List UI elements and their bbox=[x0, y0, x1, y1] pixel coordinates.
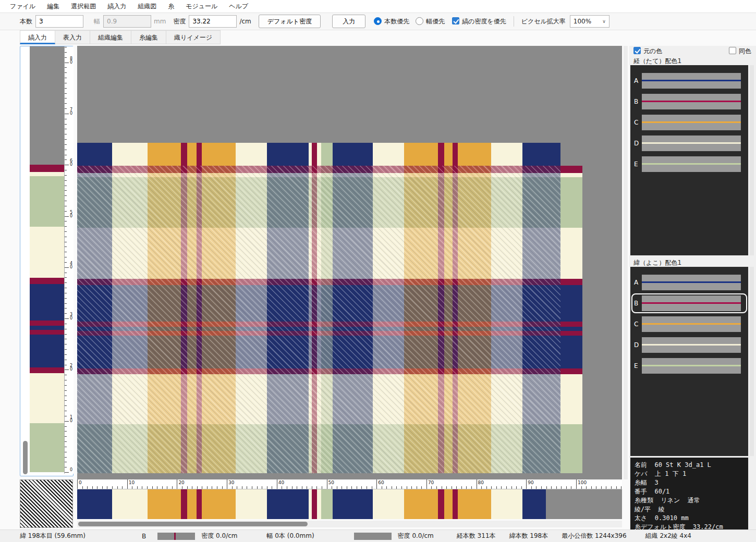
stripe-navy[interactable] bbox=[560, 285, 582, 322]
stripe-crimson[interactable] bbox=[453, 143, 458, 166]
tab-縞入力[interactable]: 縞入力 bbox=[20, 30, 55, 44]
stripe-cream[interactable] bbox=[491, 143, 522, 166]
stripe-cream[interactable] bbox=[30, 172, 64, 176]
tab-組織編集[interactable]: 組織編集 bbox=[90, 30, 131, 44]
same-color-checkbox[interactable]: 同色 bbox=[729, 47, 751, 56]
count-priority-radio[interactable]: 本数優先 bbox=[374, 17, 409, 26]
default-density-button[interactable]: デフォルト密度 bbox=[259, 15, 321, 28]
stripe-crimson[interactable] bbox=[30, 278, 64, 284]
stripe-gold[interactable] bbox=[444, 489, 453, 519]
stripe-gold[interactable] bbox=[187, 143, 197, 166]
stripe-cream[interactable] bbox=[112, 489, 148, 519]
menu-item-糸[interactable]: 糸 bbox=[162, 0, 180, 13]
stripe-navy[interactable] bbox=[77, 143, 112, 166]
stripe-navy[interactable] bbox=[522, 143, 560, 166]
stripe-navy[interactable] bbox=[30, 284, 64, 321]
warp-scrollbar-handle[interactable] bbox=[78, 522, 308, 526]
stripe-navy[interactable] bbox=[267, 143, 309, 166]
stripe-crimson[interactable] bbox=[197, 143, 202, 166]
input-button[interactable]: 入力 bbox=[332, 15, 365, 28]
stripe-cream[interactable] bbox=[491, 489, 522, 519]
stripe-navy[interactable] bbox=[522, 489, 546, 519]
thread-row-D[interactable]: D bbox=[634, 133, 748, 154]
stripe-green[interactable] bbox=[321, 143, 333, 166]
stripe-navy[interactable] bbox=[560, 336, 582, 368]
stripe-gold[interactable] bbox=[202, 143, 236, 166]
stripe-crimson[interactable] bbox=[181, 489, 187, 519]
menu-item-編集[interactable]: 編集 bbox=[41, 0, 65, 13]
stripe-gold[interactable] bbox=[404, 489, 438, 519]
menu-item-組織図[interactable]: 組織図 bbox=[132, 0, 162, 13]
thread-row-B[interactable]: B bbox=[634, 91, 748, 112]
stripe-green[interactable] bbox=[30, 176, 64, 227]
width-priority-radio[interactable]: 幅優先 bbox=[416, 17, 445, 26]
stripe-crimson[interactable] bbox=[438, 143, 444, 166]
stripe-navy[interactable] bbox=[267, 489, 309, 519]
thread-row-E[interactable]: E bbox=[634, 355, 748, 376]
weft-stripe-panel[interactable]: 01 02 03 04 05 06 07 08 0 bbox=[20, 46, 74, 476]
menu-item-ファイル[interactable]: ファイル bbox=[4, 0, 41, 13]
stripe-green[interactable] bbox=[560, 424, 582, 473]
stripe-cream[interactable] bbox=[30, 373, 64, 423]
weft-list-scrollbar[interactable] bbox=[750, 267, 754, 456]
stripe-gold[interactable] bbox=[202, 489, 236, 519]
stripe-cream[interactable] bbox=[112, 143, 148, 166]
stripe-gold[interactable] bbox=[187, 489, 197, 519]
weave-pattern-swatch[interactable] bbox=[20, 479, 73, 528]
stripe-crimson[interactable] bbox=[560, 166, 582, 173]
stripe-crimson[interactable] bbox=[30, 321, 64, 326]
thread-row-A[interactable]: A bbox=[634, 272, 748, 293]
stripe-crimson[interactable] bbox=[438, 489, 444, 519]
menu-item-モジュール[interactable]: モジュール bbox=[180, 0, 223, 13]
warp-stripe-bar[interactable] bbox=[77, 489, 546, 519]
stripe-crimson[interactable] bbox=[30, 165, 64, 172]
pixel-zoom-select[interactable]: 100% ∨ bbox=[570, 15, 609, 28]
warp-list-scrollbar[interactable] bbox=[750, 65, 754, 255]
thread-row-B[interactable]: B bbox=[634, 293, 748, 314]
stripe-navy[interactable] bbox=[30, 335, 64, 367]
stripe-crimson[interactable] bbox=[560, 368, 582, 374]
stripe-cream[interactable] bbox=[317, 489, 321, 519]
tab-織りイメージ[interactable]: 織りイメージ bbox=[166, 30, 221, 44]
stripe-cream[interactable] bbox=[560, 374, 582, 424]
stripe-crimson[interactable] bbox=[312, 143, 317, 166]
stripe-crimson[interactable] bbox=[181, 143, 187, 166]
thread-row-D[interactable]: D bbox=[634, 335, 748, 355]
stripe-cream[interactable] bbox=[317, 143, 321, 166]
stripe-gold[interactable] bbox=[444, 143, 453, 166]
stripe-cream[interactable] bbox=[560, 173, 582, 177]
stripe-green[interactable] bbox=[560, 177, 582, 228]
thread-row-C[interactable]: C bbox=[634, 314, 748, 335]
count-input[interactable] bbox=[35, 15, 83, 28]
weft-scrollbar-handle[interactable] bbox=[23, 441, 28, 474]
stripe-cream[interactable] bbox=[236, 489, 267, 519]
stripe-navy[interactable] bbox=[30, 326, 64, 330]
stripe-navy[interactable] bbox=[77, 489, 112, 519]
stripe-crimson[interactable] bbox=[560, 279, 582, 285]
stripe-gold[interactable] bbox=[148, 143, 181, 166]
density-input[interactable] bbox=[189, 15, 237, 28]
menu-item-縞入力[interactable]: 縞入力 bbox=[102, 0, 132, 13]
stripe-cream[interactable] bbox=[560, 228, 582, 279]
weft-scrollbar-track[interactable] bbox=[22, 48, 28, 474]
thread-row-A[interactable]: A bbox=[634, 70, 748, 91]
stripe-gold[interactable] bbox=[404, 143, 438, 166]
stripe-crimson[interactable] bbox=[30, 330, 64, 335]
original-color-checkbox[interactable]: 元の色 bbox=[633, 47, 662, 56]
stripe-cream[interactable] bbox=[373, 489, 404, 519]
stripe-crimson[interactable] bbox=[30, 367, 64, 373]
stripe-crimson[interactable] bbox=[560, 331, 582, 336]
stripe-gold[interactable] bbox=[148, 489, 181, 519]
stripe-navy[interactable] bbox=[560, 327, 582, 331]
stripe-navy[interactable] bbox=[333, 143, 373, 166]
tab-表入力[interactable]: 表入力 bbox=[55, 30, 90, 44]
stripe-green[interactable] bbox=[321, 489, 333, 519]
stripe-crimson[interactable] bbox=[560, 322, 582, 327]
stripe-gold[interactable] bbox=[458, 489, 491, 519]
menu-item-選択範囲[interactable]: 選択範囲 bbox=[65, 0, 102, 13]
weft-stripe-bar[interactable] bbox=[30, 46, 64, 474]
stripe-cream[interactable] bbox=[236, 143, 267, 166]
stripe-green[interactable] bbox=[30, 423, 64, 472]
stripe-navy[interactable] bbox=[333, 489, 373, 519]
thread-row-E[interactable]: E bbox=[634, 154, 748, 175]
